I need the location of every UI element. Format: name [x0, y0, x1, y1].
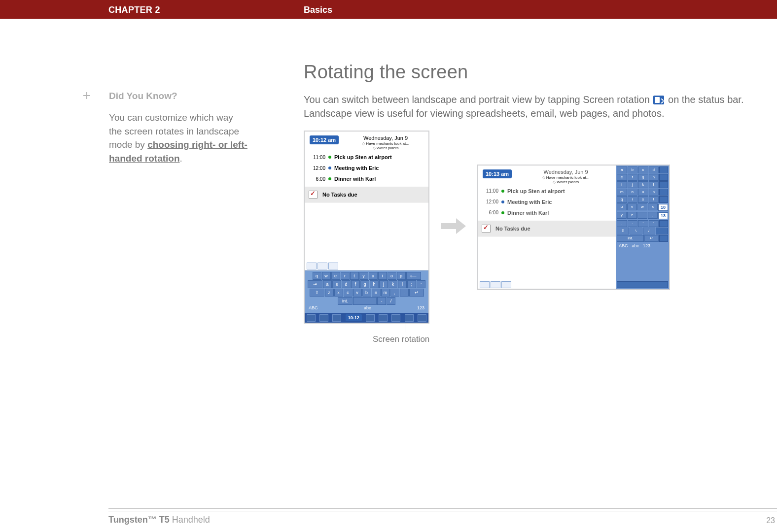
agenda-text: Dinner with Karl [507, 210, 549, 216]
key: " [649, 220, 659, 227]
find-icon [319, 314, 328, 322]
did-you-know-body: You can customize which way the screen r… [109, 111, 248, 165]
key: c [638, 166, 648, 173]
key: d [342, 280, 351, 288]
key: g [360, 280, 369, 288]
key: x [648, 203, 658, 210]
portrait-sub-2: Water plants [345, 146, 426, 150]
key: ; [407, 280, 416, 288]
agenda-time: 6:00 [482, 210, 498, 215]
key: b [628, 166, 638, 173]
landscape-time: 10:13 am [483, 169, 512, 178]
key: k [388, 280, 397, 288]
key: f [351, 280, 360, 288]
backspace-key: ⟵ [406, 272, 421, 280]
key: e [617, 174, 627, 181]
main-content: Rotating the screen You can switch betwe… [304, 62, 777, 130]
agenda-text: Meeting with Eric [334, 165, 379, 171]
did-you-know-title: Did You Know? [109, 91, 248, 101]
agenda-text: Dinner with Karl [334, 176, 376, 182]
agenda-dot-icon [328, 166, 331, 169]
screen-rotation-icon [653, 96, 664, 104]
agenda-time: 12:00 [482, 199, 498, 204]
key: / [643, 228, 655, 234]
key: , [648, 212, 658, 219]
key: l [649, 181, 659, 188]
key: c [344, 289, 353, 297]
key: p [397, 272, 406, 280]
chapter-label: CHAPTER 2 [108, 5, 160, 15]
key: p [649, 189, 659, 196]
page-title: Rotating the screen [304, 62, 777, 83]
portrait-keyboard: q w e r t y u i o p ⟵ ⇥ a [305, 270, 428, 313]
key: a [323, 280, 332, 288]
agenda-dot-icon [501, 211, 504, 214]
clock-hour: 10 [658, 204, 668, 211]
agenda-text: Meeting with Eric [507, 199, 552, 205]
landscape-sub-2: Water plants [518, 180, 614, 184]
kbd-mode-abc-lower: abc [364, 305, 371, 310]
key: q [313, 272, 321, 280]
key: k [638, 181, 648, 188]
key: m [381, 289, 390, 297]
clock-min: 13 [658, 212, 668, 219]
key: l [398, 280, 407, 288]
view-toggle-icon [318, 263, 327, 269]
key: j [628, 181, 638, 188]
key: e [331, 272, 340, 280]
key: w [637, 203, 647, 210]
agenda-dot-icon [328, 177, 331, 180]
key: , [390, 289, 399, 297]
agenda-text: Pick up Sten at airport [507, 188, 565, 194]
key: \ [630, 228, 642, 234]
key: / [387, 297, 395, 305]
key: a [617, 166, 627, 173]
key: v [353, 289, 362, 297]
key: r [628, 196, 638, 203]
key: ' [638, 220, 648, 227]
key: u [369, 272, 378, 280]
key: z [325, 289, 334, 297]
lead-paragraph: You can switch between landscape and por… [304, 93, 777, 120]
key: g [638, 174, 648, 181]
side-icon [659, 196, 668, 203]
key: z [627, 212, 637, 219]
key: t [350, 272, 359, 280]
key: s [638, 196, 648, 203]
key: b [362, 289, 371, 297]
key: d [649, 166, 659, 173]
footer-product-rest: Handheld [170, 515, 210, 525]
portrait-sub-1: Have mechanic look at... [345, 141, 426, 146]
lead-text-a: You can switch between landscape and por… [304, 94, 652, 105]
view-toggle-icon [328, 263, 338, 269]
agenda-dot-icon [501, 200, 504, 203]
key: y [617, 212, 627, 219]
checkmark-icon [309, 191, 318, 199]
space-key [353, 297, 377, 305]
find-icon [659, 235, 668, 242]
view-toggle-icon [480, 281, 490, 288]
intl-key: int. [338, 297, 353, 305]
header-bar: CHAPTER 2 Basics [0, 0, 777, 19]
key: . [400, 289, 409, 297]
screen-rotation-callout: Screen rotation [373, 334, 429, 344]
tab-key: ⇥ [308, 280, 322, 288]
key: u [617, 203, 627, 210]
key: q [617, 196, 627, 203]
no-tasks-label: No Tasks due [495, 226, 530, 232]
key: w [322, 272, 331, 280]
arrow-right-icon [439, 212, 467, 242]
portrait-date: Wednesday, Jun 9 [345, 135, 426, 141]
screenshot-row: 10:12 am Wednesday, Jun 9 Have mechanic … [304, 131, 670, 324]
landscape-screenshot: 10:13 am Wednesday, Jun 9 Have mechanic … [477, 165, 670, 290]
key: - [628, 220, 638, 227]
key: f [628, 174, 638, 181]
agenda-time: 6:00 [309, 176, 325, 182]
shift-key: ⇧ [617, 228, 629, 234]
landscape-keyboard: abcd efgh ijkl mnop qrst uvwx 10 yz., 13… [616, 166, 669, 289]
key: ; [617, 220, 627, 227]
key: n [628, 189, 638, 196]
view-toggle-icon [491, 281, 500, 288]
shift-key: ⇧ [310, 289, 324, 297]
portrait-time: 10:12 am [310, 135, 339, 144]
